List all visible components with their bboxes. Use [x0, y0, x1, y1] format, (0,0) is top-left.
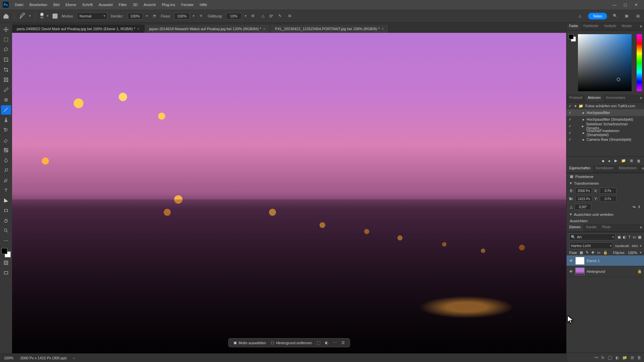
- stop-icon[interactable]: ■: [602, 159, 604, 163]
- edit-toolbar[interactable]: ⋯: [1, 236, 11, 245]
- color-swatches[interactable]: [1, 248, 11, 257]
- menu-filter[interactable]: Filter: [116, 1, 129, 8]
- filter-shape-icon[interactable]: ▭: [633, 235, 636, 239]
- properties-icon[interactable]: ☰: [341, 341, 345, 345]
- lock-transparent-icon[interactable]: ▦: [580, 250, 583, 255]
- brush-tool-icon[interactable]: [19, 13, 26, 19]
- trash-icon[interactable]: 🗑: [637, 159, 641, 163]
- beaker-icon[interactable]: △: [577, 13, 583, 19]
- tab-kanale[interactable]: Kanäle: [583, 224, 599, 232]
- canvas-viewport[interactable]: ▣Motiv auswählen ▢Hintergrund entfernen …: [12, 33, 566, 353]
- menu-datei[interactable]: Datei: [12, 1, 26, 8]
- chevron-right-icon[interactable]: ›: [73, 356, 75, 360]
- panel-menu-icon[interactable]: ≡: [638, 23, 644, 31]
- panel-menu-icon[interactable]: ≡: [638, 224, 644, 232]
- screenmode-icon[interactable]: [1, 268, 11, 278]
- minimize-icon[interactable]: —: [612, 3, 617, 7]
- tab-farbe[interactable]: Farbe: [567, 23, 581, 31]
- visibility-icon[interactable]: 👁: [569, 259, 573, 263]
- align-section[interactable]: ▾Ausrichten und verteilen: [567, 211, 644, 218]
- type-tool[interactable]: [1, 186, 11, 195]
- mask-icon[interactable]: ◯: [608, 355, 612, 360]
- effects-icon[interactable]: ◐: [325, 341, 328, 345]
- gear-icon[interactable]: ⚙: [250, 13, 256, 19]
- hue-slider[interactable]: [637, 34, 642, 91]
- flip-h-icon[interactable]: ⇋: [633, 205, 636, 209]
- opacity-value[interactable]: 45%: [632, 244, 638, 248]
- tab-farbfelder[interactable]: Farbfelder: [581, 23, 601, 31]
- healing-tool[interactable]: [1, 95, 11, 105]
- selection-tool[interactable]: [1, 55, 11, 64]
- chevron-down-icon[interactable]: ▾: [47, 14, 48, 17]
- tab-verlaufe[interactable]: Verläufe: [601, 23, 619, 31]
- width-input[interactable]: 2000 Px: [575, 188, 592, 194]
- crop-tool[interactable]: [1, 65, 11, 74]
- flow-input[interactable]: 100%: [174, 13, 190, 19]
- tab-eigenschaften[interactable]: Eigenschaften: [567, 165, 593, 173]
- smoothing-input[interactable]: 10%: [226, 13, 241, 19]
- maximize-icon[interactable]: ▢: [623, 3, 628, 7]
- record-icon[interactable]: ●: [608, 159, 610, 163]
- doc-info[interactable]: 2000 Px x 1415 Px (300 ppi): [20, 356, 67, 360]
- adjustment-icon[interactable]: ◐: [615, 355, 619, 360]
- layer-name[interactable]: Ebene 1: [587, 259, 600, 263]
- blend-mode-select[interactable]: Normal▾: [77, 12, 107, 20]
- tab-protokoll[interactable]: Protokoll: [567, 95, 585, 102]
- frame-tool[interactable]: [1, 75, 11, 84]
- eyedropper-tool[interactable]: [1, 85, 11, 95]
- lasso-tool[interactable]: [1, 45, 11, 54]
- zoom-value[interactable]: 100%: [4, 356, 13, 360]
- tab-pxl[interactable]: PXL_20230422_122623454.PORTRAIT.jpg bei …: [270, 25, 389, 33]
- angle-input[interactable]: 0,00°: [575, 204, 591, 210]
- link-icon[interactable]: ⇅: [569, 197, 572, 201]
- workspace-icon[interactable]: ▦: [623, 13, 630, 19]
- hand-tool[interactable]: [1, 216, 11, 225]
- tab-pfade[interactable]: Pfade: [599, 224, 613, 232]
- tab-paris[interactable]: paris-2499022 David Mark auf Pixabay.jpg…: [12, 25, 145, 33]
- new-folder-icon[interactable]: 📁: [621, 159, 626, 163]
- tab-aktionen[interactable]: Aktionen: [585, 95, 603, 102]
- angle-value[interactable]: 0°: [270, 14, 273, 18]
- remove-background-button[interactable]: ▢Hintergrund entfernen: [271, 341, 312, 345]
- close-icon[interactable]: ×: [263, 27, 265, 31]
- tab-kommentare[interactable]: Kommentare: [603, 95, 628, 102]
- y-input[interactable]: 0 Px: [600, 196, 616, 202]
- menu-3d[interactable]: 3D: [130, 1, 140, 8]
- select-subject-button[interactable]: ▣Motiv auswählen: [233, 341, 266, 345]
- flip-v-icon[interactable]: ⥯: [638, 205, 641, 209]
- filter-image-icon[interactable]: ▣: [618, 235, 621, 239]
- pressure-opacity-icon[interactable]: ◔: [151, 13, 158, 19]
- action-item[interactable]: ✓▸Selektiver Scharfzeichner (Smarto...: [567, 123, 644, 129]
- menu-schrift[interactable]: Schrift: [79, 1, 95, 8]
- color-cursor[interactable]: [617, 78, 620, 81]
- home-icon[interactable]: [3, 13, 9, 19]
- search-icon[interactable]: 🔍: [612, 13, 619, 19]
- filter-smart-icon[interactable]: ▦: [638, 235, 641, 239]
- blend-mode-select[interactable]: Hartes Licht▾: [569, 242, 613, 249]
- tab-muster[interactable]: Muster: [619, 23, 635, 31]
- fill-value[interactable]: 100%: [628, 251, 637, 255]
- brush-preview[interactable]: 50: [40, 13, 44, 19]
- chevron-down-icon[interactable]: ▾: [29, 14, 31, 17]
- transform-section[interactable]: ▾Transformieren: [567, 180, 644, 187]
- stamp-tool[interactable]: [1, 115, 11, 125]
- lock-all-icon[interactable]: 🔒: [603, 250, 608, 255]
- menu-bearbeiten[interactable]: Bearbeiten: [27, 1, 50, 8]
- action-item[interactable]: ✓▸Hochpassfilter: [567, 109, 644, 116]
- filter-adjust-icon[interactable]: ◐: [623, 235, 626, 239]
- blur-tool[interactable]: [1, 156, 11, 165]
- transform-icon[interactable]: ⛶: [317, 341, 320, 345]
- layer-row[interactable]: 👁 Ebene 1: [567, 255, 644, 266]
- more-icon[interactable]: ⋯: [333, 341, 337, 345]
- panel-icon[interactable]: ▤: [635, 13, 641, 19]
- lock-icon[interactable]: 🔒: [637, 269, 642, 274]
- new-layer-icon[interactable]: ⊞: [631, 355, 634, 360]
- link-layers-icon[interactable]: ⚯: [595, 355, 598, 360]
- pressure-size-icon[interactable]: ✎: [276, 13, 283, 19]
- lock-pixels-icon[interactable]: ✎: [586, 250, 589, 255]
- close-icon[interactable]: ×: [137, 27, 139, 31]
- opacity-input[interactable]: 100%: [127, 13, 143, 19]
- layer-thumbnail[interactable]: [575, 267, 585, 276]
- gradient-tool[interactable]: [1, 145, 11, 155]
- rectangle-tool[interactable]: [1, 206, 11, 215]
